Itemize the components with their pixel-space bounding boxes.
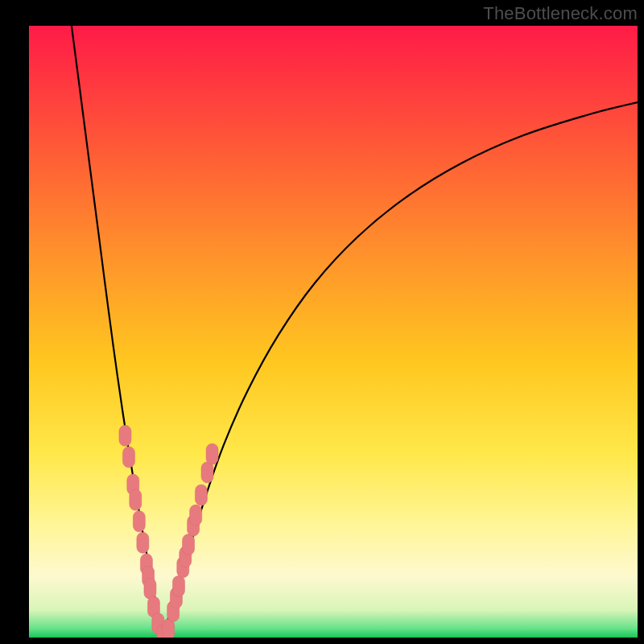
data-marker — [144, 578, 156, 599]
data-marker — [201, 462, 213, 483]
data-marker — [206, 444, 218, 464]
curve-left-branch — [72, 26, 163, 638]
chart-svg — [29, 26, 638, 638]
plot-area — [29, 26, 638, 638]
data-marker — [119, 425, 131, 446]
data-marker — [133, 511, 145, 532]
data-marker — [163, 619, 175, 638]
data-marker — [137, 532, 149, 553]
curve-right-branch — [163, 102, 638, 638]
data-marker — [122, 447, 134, 468]
data-marker — [183, 534, 195, 555]
data-marker — [195, 485, 207, 506]
watermark-text: TheBottleneck.com — [483, 3, 638, 24]
data-marker — [172, 576, 184, 597]
marker-group — [119, 425, 218, 638]
outer-frame: TheBottleneck.com — [0, 0, 644, 644]
data-marker — [190, 505, 202, 526]
data-marker — [130, 489, 142, 510]
